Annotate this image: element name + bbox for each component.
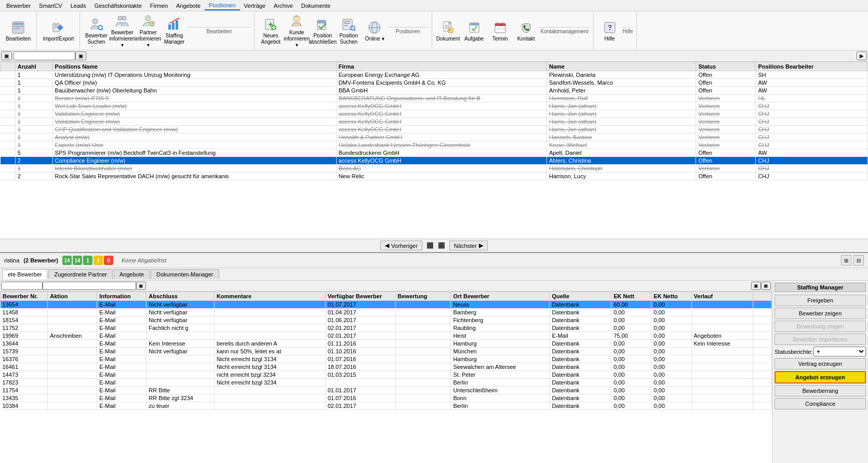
online-button[interactable]: Online ▾: [362, 18, 388, 44]
compliance-button[interactable]: Compliance: [774, 398, 866, 409]
hilfe-button[interactable]: ? Hilfe: [597, 18, 623, 44]
col-quelle[interactable]: Quelle: [550, 292, 611, 301]
table-row[interactable]: 1Validation Engineer (m/w)access KellyOC…: [1, 110, 868, 118]
import-export-button[interactable]: Import/Export: [40, 18, 76, 44]
table-row[interactable]: 5SPS Programmierer (m/w) Beckhoff TwinCa…: [1, 149, 868, 157]
collapse-button[interactable]: ▣: [1, 51, 12, 60]
col-header-firma[interactable]: Firma: [336, 62, 546, 71]
position-suchen-button[interactable]: PositionSuchen: [336, 15, 362, 47]
table-row[interactable]: 1GHP Qualification and Validation Engine…: [1, 126, 868, 134]
partner-informieren-button[interactable]: Partnerinformieren ▾: [135, 11, 161, 50]
table-row[interactable]: 1Analyst (m/w)Horváth & Partner GmbHHani…: [1, 134, 868, 141]
col-extra[interactable]: [753, 292, 772, 301]
tab-dokumenten-manager[interactable]: Dokumenten-Manager: [151, 269, 219, 279]
list-item[interactable]: 16376E-MailNicht erreicht bzgl 313401.07…: [1, 355, 772, 363]
col-verfuegbar[interactable]: Verfügbar Bewerber: [325, 292, 395, 301]
col-bewerber-nr[interactable]: Bewerber Nr.: [1, 292, 48, 301]
aufgabe-button[interactable]: Aufgabe: [461, 18, 487, 44]
neues-angebot-button[interactable]: NeuesAngebot: [258, 15, 284, 47]
list-item[interactable]: 16461E-MailNicht erreicht bzgl 313418.07…: [1, 363, 772, 371]
list-item[interactable]: 11754E-MailRR Bitte01.01.2017Unterschlei…: [1, 387, 772, 394]
position-abschliessen-button[interactable]: Positionabschließen: [310, 15, 336, 47]
list-item[interactable]: 14473E-Mailnicht erreicht bzgl 323401.03…: [1, 371, 772, 379]
menu-firmen[interactable]: Firmen: [146, 2, 172, 10]
list-item[interactable]: 18154E-MailNicht verfügbar01.06.2017Fich…: [1, 316, 772, 324]
col-ek2[interactable]: EK Netto: [651, 292, 691, 301]
tab-zugeordnete-partner[interactable]: Zugeordnete Partner: [48, 269, 113, 279]
icon-btn-1[interactable]: ⊞: [841, 255, 851, 266]
bewerber-informieren-button[interactable]: Bewerberinformieren ▾: [109, 11, 135, 50]
menu-archive[interactable]: Archive: [270, 2, 297, 10]
termin-button[interactable]: Termin: [487, 18, 513, 44]
table-row[interactable]: 2Compliance Engineer (m/w)access KellyOC…: [1, 157, 868, 165]
icon-btn-2[interactable]: ⊟: [853, 255, 864, 266]
table-row[interactable]: 1QA Officer (m/w)DMV-Fonterra Excipients…: [1, 79, 868, 87]
bewerber-zeigen-button[interactable]: Bewerber zeigen: [774, 308, 866, 319]
table-row[interactable]: 1Interim Bilanzbuchhalter (m/w)Beos AGHo…: [1, 165, 868, 173]
list-item[interactable]: 11458E-MailNicht verfügbar01.04.2017Bamb…: [1, 309, 772, 316]
col-ort[interactable]: Ort Bewerber: [451, 292, 550, 301]
list-item[interactable]: 13654E-MailNicht verfügbar01.07.2017Neus…: [1, 301, 772, 309]
dokument-button[interactable]: Dokument: [435, 18, 461, 44]
menu-bewerber[interactable]: Bewerber: [2, 2, 35, 10]
table-row[interactable]: 2Rock-Star Sales Representative DACH (m/…: [1, 173, 868, 180]
kunde-informieren-button[interactable]: Kundeinformieren ▾: [284, 11, 310, 50]
col-header-empty[interactable]: [1, 62, 16, 71]
freigeben-button[interactable]: Freigeben: [774, 295, 866, 306]
statusberichte-select[interactable]: ▾: [813, 347, 866, 356]
menu-geschaeftskontakte[interactable]: Geschäftskontakte: [90, 2, 146, 10]
bewerbung-zeigen-button[interactable]: Bewerbung zeigen: [774, 321, 866, 332]
positions-scroll-area[interactable]: Anzahl Positions Name Firma Name Status …: [0, 62, 868, 239]
filter-button-top[interactable]: ▣: [75, 51, 86, 60]
col-verlauf[interactable]: Verlauf: [691, 292, 753, 301]
bewerberrang-button[interactable]: Bewerberrang: [774, 385, 866, 396]
bewerber-suchen-button[interactable]: BewerberSuchen: [83, 15, 109, 47]
staffing-manager-button[interactable]: Staffing Manager: [161, 15, 187, 47]
table-row[interactable]: 1Wet Lab Team Leader (m/w)access KellyOC…: [1, 102, 868, 110]
menu-angebote[interactable]: Angebote: [172, 2, 205, 10]
list-item[interactable]: 11752E-MailFachlich nicht g02.01.2017Rau…: [1, 324, 772, 332]
bewerber-importieren-button[interactable]: Bewerber importieren: [774, 334, 866, 345]
bewerber-filter-2[interactable]: [43, 282, 136, 290]
prev-button[interactable]: ◀ Vorheriger: [380, 241, 422, 250]
vertrag-erzeugen-button[interactable]: Vertrag erzeugen: [774, 358, 866, 369]
col-header-bearbeiter[interactable]: Positions Bearbeiter: [756, 62, 868, 71]
scroll-right-button[interactable]: ▶: [857, 51, 867, 60]
menu-dokumente[interactable]: Dokumente: [297, 2, 335, 10]
menu-smartcv[interactable]: SmartCV: [35, 2, 66, 10]
list-item[interactable]: 13435E-MailRR Bitte zgl 323401.07.2016Bo…: [1, 394, 772, 402]
list-item[interactable]: 15739E-MailNicht verfügbarkann nur 50%, …: [1, 348, 772, 355]
bearbeiten-button[interactable]: Bearbeiten: [3, 18, 33, 44]
table-row[interactable]: 1Validation Engineer (m/w)access KellyOC…: [1, 118, 868, 126]
list-item[interactable]: 13644E-MailKein Interessebereits durch a…: [1, 340, 772, 348]
col-kommentare[interactable]: Kommentare: [214, 292, 325, 301]
table-row[interactable]: 1Bauüberwacher (m/w) Oberleitung BahnBBA…: [1, 87, 868, 95]
filter-input-top[interactable]: [13, 51, 75, 60]
menu-positionen[interactable]: Positionen: [205, 1, 239, 10]
col-header-anzahl[interactable]: Anzahl: [15, 62, 52, 71]
bewerber-filter-btn[interactable]: ▣: [136, 282, 146, 290]
next-button[interactable]: Nächster ▶: [449, 241, 488, 250]
bewerber-filter-1[interactable]: [1, 282, 43, 290]
angebot-erzeugen-button[interactable]: Angebot erzeugen: [774, 371, 866, 383]
col-header-name[interactable]: Name: [547, 62, 696, 71]
tab-angebote[interactable]: Angebote: [114, 269, 150, 279]
list-item[interactable]: 10384E-Mailzu teuer02.01.2017BerlinDaten…: [1, 402, 772, 410]
col-header-status[interactable]: Status: [696, 62, 756, 71]
col-abschluss[interactable]: Abschluss: [146, 292, 215, 301]
menu-vertraege[interactable]: Verträge: [240, 2, 270, 10]
list-item[interactable]: 19969AnschreibenE-Mail02.01.2017HeistE-M…: [1, 332, 772, 340]
tab-ete-bewerber[interactable]: ete Bewerber: [2, 269, 47, 279]
list-item[interactable]: 17823E-MailNicht erreicht bzgl 3234Berli…: [1, 379, 772, 387]
col-bewertung[interactable]: Bewertung: [395, 292, 451, 301]
table-row[interactable]: 1Experte (m/w) UnixHelaba Landesbank Hes…: [1, 141, 868, 149]
bewerber-expand-btn[interactable]: ▣: [761, 282, 771, 290]
col-ek1[interactable]: EK Nett: [611, 292, 651, 301]
table-row[interactable]: 1Berater (m/w) IFRS 9BANKBERATUNG Organi…: [1, 95, 868, 102]
table-row[interactable]: 1Unterstützung (m/w) IT Operations Umzug…: [1, 71, 868, 79]
col-information[interactable]: Information: [97, 292, 146, 301]
menu-leads[interactable]: Leads: [66, 2, 90, 10]
bewerber-sort-btn[interactable]: ▣: [751, 282, 761, 290]
kontakt-button[interactable]: 📞 Kontakt: [513, 18, 539, 44]
col-header-positions-name[interactable]: Positions Name: [52, 62, 336, 71]
